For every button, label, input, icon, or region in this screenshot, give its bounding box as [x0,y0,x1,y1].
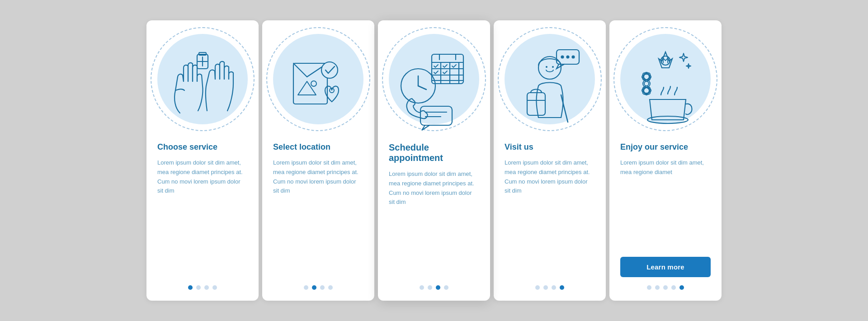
dots-5 [620,285,711,290]
svg-line-21 [418,86,426,90]
card-body-4: Lorem ipsum dolor sit dim amet, mea regi… [505,158,595,277]
choose-service-icon [166,41,239,131]
card-icon-area-3 [378,20,490,142]
dot-3-0 [420,285,424,290]
dot-5-0 [647,285,651,290]
card-title-4: Visit us [505,142,595,152]
card-content-4: Visit us Lorem ipsum dolor sit dim amet,… [494,142,606,290]
card-enjoy-service: Enjoy our service Lorem ipsum dolor sit … [609,20,722,301]
dot-3-1 [428,285,432,290]
dot-5-3 [671,285,676,290]
card-title-5: Enjoy our service [620,142,711,152]
svg-point-6 [311,81,316,86]
dot-1-1 [196,285,201,290]
card-choose-service: Choose service Lorem ipsum dolor sit dim… [146,20,259,301]
svg-point-30 [567,56,569,58]
card-body-2: Lorem ipsum dolor sit dim amet, mea regi… [273,158,363,277]
dot-5-4 [679,285,684,290]
card-icon-area-5 [609,20,722,142]
dot-2-3 [328,285,333,290]
svg-point-45 [644,81,649,86]
dot-5-2 [663,285,668,290]
dot-4-3 [560,285,564,290]
card-body-3: Lorem ipsum dolor sit dim amet, mea regi… [389,170,479,277]
visit-us-icon [514,41,586,131]
dots-2 [273,285,363,290]
enjoy-service-icon [629,41,702,131]
cards-container: Choose service Lorem ipsum dolor sit dim… [137,11,731,310]
card-title-2: Select location [273,142,363,152]
card-visit-us: Visit us Lorem ipsum dolor sit dim amet,… [494,20,606,301]
card-icon-area-2 [262,20,374,142]
dot-4-2 [552,285,556,290]
schedule-appointment-icon [396,41,472,131]
dots-4 [505,285,595,290]
card-select-location: Select location Lorem ipsum dolor sit di… [262,20,374,301]
card-content-3: Schedule appointment Lorem ipsum dolor s… [378,142,490,290]
svg-point-31 [572,56,575,58]
svg-point-44 [642,85,652,96]
dots-3 [389,285,479,290]
svg-point-27 [552,66,554,68]
svg-marker-5 [298,81,316,95]
dot-1-0 [188,285,193,290]
svg-point-7 [321,62,338,78]
dot-1-2 [204,285,209,290]
card-content-5: Enjoy our service Lorem ipsum dolor sit … [609,142,722,290]
select-location-icon [282,41,354,131]
dots-1 [157,285,248,290]
dot-3-2 [436,285,440,290]
dot-4-1 [543,285,548,290]
card-schedule-appointment: Schedule appointment Lorem ipsum dolor s… [378,20,490,301]
dot-1-3 [212,285,217,290]
card-content-2: Select location Lorem ipsum dolor sit di… [262,142,374,290]
svg-point-29 [561,56,564,58]
dot-2-0 [304,285,308,290]
card-title-1: Choose service [157,142,248,152]
card-content-1: Choose service Lorem ipsum dolor sit dim… [146,142,259,290]
svg-point-43 [642,71,652,82]
dot-2-1 [312,285,316,290]
card-body-1: Lorem ipsum dolor sit dim amet, mea regi… [157,158,248,277]
svg-rect-22 [420,106,452,125]
dot-5-1 [655,285,660,290]
card-body-5: Lorem ipsum dolor sit dim amet, mea regi… [620,158,711,250]
svg-point-26 [546,66,547,68]
dot-4-0 [535,285,540,290]
dot-3-3 [444,285,448,290]
card-icon-area-4 [494,20,606,142]
card-icon-area-1 [146,20,259,142]
learn-more-button[interactable]: Learn more [620,257,711,277]
card-title-3: Schedule appointment [389,142,479,163]
dot-2-2 [320,285,325,290]
